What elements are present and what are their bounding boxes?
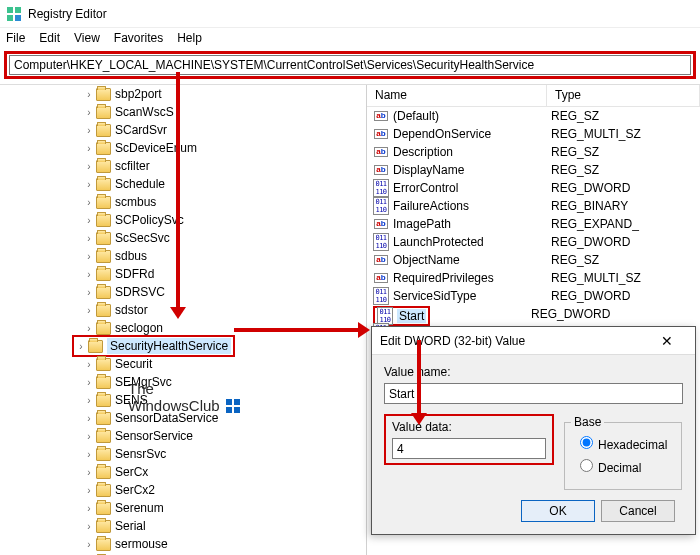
tree-item[interactable]: ›Schedule <box>0 175 366 193</box>
folder-icon <box>96 466 111 479</box>
col-type[interactable]: Type <box>547 85 700 106</box>
tree-item[interactable]: ›SensrSvc <box>0 445 366 463</box>
expand-icon[interactable]: › <box>84 323 94 334</box>
edit-dword-dialog: Edit DWORD (32-bit) Value ✕ Value name: … <box>371 326 696 535</box>
value-data-input[interactable] <box>392 438 546 459</box>
value-row[interactable]: ab(Default)REG_SZ <box>367 107 700 125</box>
base-dec-option[interactable]: Decimal <box>575 456 671 475</box>
expand-icon[interactable]: › <box>84 125 94 136</box>
tree-item-label: Serenum <box>115 501 164 515</box>
expand-icon[interactable]: › <box>84 89 94 100</box>
binary-icon: 011110 <box>373 289 389 303</box>
tree-item-label: sdstor <box>115 303 148 317</box>
folder-icon <box>96 268 111 281</box>
folder-icon <box>96 214 111 227</box>
svg-rect-2 <box>7 15 13 21</box>
expand-icon[interactable]: › <box>84 305 94 316</box>
menu-file[interactable]: File <box>6 31 25 45</box>
tree-item[interactable]: ›Serenum <box>0 499 366 517</box>
tree-item[interactable]: ›SerCx <box>0 463 366 481</box>
tree-item[interactable]: ›ScDeviceEnum <box>0 139 366 157</box>
tree-item[interactable]: ›SCardSvr <box>0 121 366 139</box>
value-row[interactable]: abRequiredPrivilegesREG_MULTI_SZ <box>367 269 700 287</box>
folder-icon <box>96 448 111 461</box>
value-name-input[interactable] <box>384 383 683 404</box>
value-row[interactable]: 011110StartREG_DWORD <box>367 305 700 323</box>
cancel-button[interactable]: Cancel <box>601 500 675 522</box>
folder-icon <box>96 106 111 119</box>
tree-item[interactable]: ›SCPolicySvc <box>0 211 366 229</box>
tree-item[interactable]: ›SerCx2 <box>0 481 366 499</box>
expand-icon[interactable]: › <box>84 233 94 244</box>
expand-icon[interactable]: › <box>84 359 94 370</box>
value-row[interactable]: 011110FailureActionsREG_BINARY <box>367 197 700 215</box>
expand-icon[interactable]: › <box>84 287 94 298</box>
tree-item[interactable]: ›scmbus <box>0 193 366 211</box>
expand-icon[interactable]: › <box>84 521 94 532</box>
tree-item[interactable]: ›ScanWscS <box>0 103 366 121</box>
expand-icon[interactable]: › <box>84 449 94 460</box>
expand-icon[interactable]: › <box>84 413 94 424</box>
expand-icon[interactable]: › <box>84 485 94 496</box>
base-hex-option[interactable]: Hexadecimal <box>575 433 671 452</box>
expand-icon[interactable]: › <box>84 467 94 478</box>
expand-icon[interactable]: › <box>84 179 94 190</box>
value-row[interactable]: abImagePathREG_EXPAND_ <box>367 215 700 233</box>
expand-icon[interactable]: › <box>84 539 94 550</box>
tree-item[interactable]: ›sbp2port <box>0 85 366 103</box>
tree-item[interactable]: ›scfilter <box>0 157 366 175</box>
expand-icon[interactable]: › <box>84 395 94 406</box>
folder-icon <box>96 538 111 551</box>
folder-icon <box>96 196 111 209</box>
svg-rect-4 <box>226 399 232 405</box>
expand-icon[interactable]: › <box>84 431 94 442</box>
expand-icon[interactable]: › <box>76 341 86 352</box>
address-bar[interactable] <box>9 55 691 75</box>
expand-icon[interactable]: › <box>84 377 94 388</box>
value-type: REG_DWORD <box>551 289 630 303</box>
expand-icon[interactable]: › <box>84 503 94 514</box>
expand-icon[interactable]: › <box>84 107 94 118</box>
tree-item[interactable]: ›SDFRd <box>0 265 366 283</box>
expand-icon[interactable]: › <box>84 143 94 154</box>
expand-icon[interactable]: › <box>84 215 94 226</box>
tree-item-label: sermouse <box>115 537 168 551</box>
tree-item[interactable]: ›SecurityHealthService <box>0 337 366 355</box>
tree-item[interactable]: ›Securit <box>0 355 366 373</box>
expand-icon[interactable]: › <box>84 161 94 172</box>
tree-pane[interactable]: ›sbp2port›ScanWscS›SCardSvr›ScDeviceEnum… <box>0 85 367 555</box>
value-row[interactable]: abDependOnServiceREG_MULTI_SZ <box>367 125 700 143</box>
menu-help[interactable]: Help <box>177 31 202 45</box>
expand-icon[interactable]: › <box>84 269 94 280</box>
tree-item[interactable]: ›sermouse <box>0 535 366 553</box>
value-type: REG_MULTI_SZ <box>551 127 641 141</box>
value-row[interactable]: abDescriptionREG_SZ <box>367 143 700 161</box>
value-row[interactable]: 011110ErrorControlREG_DWORD <box>367 179 700 197</box>
value-type: REG_DWORD <box>531 307 610 321</box>
folder-icon <box>96 142 111 155</box>
folder-icon <box>96 484 111 497</box>
ok-button[interactable]: OK <box>521 500 595 522</box>
tree-item[interactable]: ›Serial <box>0 517 366 535</box>
dialog-close-button[interactable]: ✕ <box>647 333 687 349</box>
expand-icon[interactable]: › <box>84 251 94 262</box>
col-name[interactable]: Name <box>367 85 547 106</box>
menu-edit[interactable]: Edit <box>39 31 60 45</box>
tree-item[interactable]: ›SensorService <box>0 427 366 445</box>
value-type: REG_SZ <box>551 253 599 267</box>
tree-item[interactable]: ›sdbus <box>0 247 366 265</box>
folder-icon <box>88 340 103 353</box>
tree-item[interactable]: ›SDRSVC <box>0 283 366 301</box>
base-hex-radio[interactable] <box>580 436 593 449</box>
menu-favorites[interactable]: Favorites <box>114 31 163 45</box>
menu-view[interactable]: View <box>74 31 100 45</box>
folder-icon <box>96 304 111 317</box>
tree-item[interactable]: ›sdstor <box>0 301 366 319</box>
value-row[interactable]: 011110LaunchProtectedREG_DWORD <box>367 233 700 251</box>
expand-icon[interactable]: › <box>84 197 94 208</box>
value-row[interactable]: abObjectNameREG_SZ <box>367 251 700 269</box>
base-dec-radio[interactable] <box>580 459 593 472</box>
string-icon: ab <box>373 127 389 141</box>
value-row[interactable]: abDisplayNameREG_SZ <box>367 161 700 179</box>
tree-item[interactable]: ›ScSecSvc <box>0 229 366 247</box>
